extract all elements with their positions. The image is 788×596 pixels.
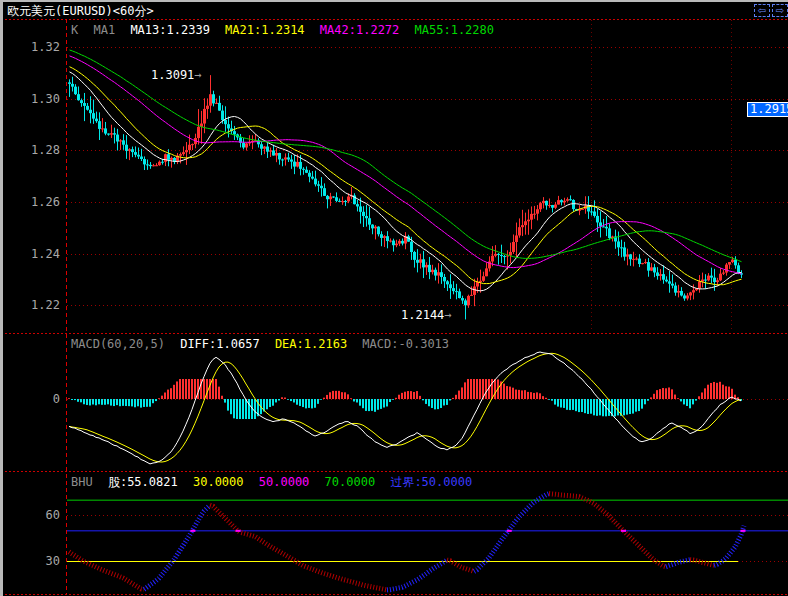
arrow-right-icon: → — [194, 68, 201, 82]
ma-group-label: MA1 — [93, 23, 115, 37]
ma55-value: MA55:1.2280 — [415, 23, 494, 37]
price-tick: 1.28 — [5, 143, 60, 157]
bhu-level-30: 30.0000 — [193, 475, 244, 489]
macd-value: MACD:-0.3013 — [362, 337, 449, 351]
current-price-tag: 1.2915 — [747, 102, 788, 117]
bhu-level-70: 70.0000 — [325, 475, 376, 489]
bhu-current-value: 股:55.0821 — [108, 475, 178, 489]
high-price-annotation: 1.3091→ — [151, 68, 202, 82]
bhu-tick-30: 30 — [5, 554, 60, 568]
k-label: K — [71, 23, 78, 37]
app-window: 欧元美元(EURUSD)<60分> ⇦ ⇨ K MA1 MA13:1.2339 … — [0, 0, 788, 596]
left-arrow-icon: ⇦ — [758, 5, 766, 16]
dea-value: DEA:1.2163 — [275, 337, 347, 351]
price-tick: 1.32 — [5, 40, 60, 54]
low-price-annotation: 1.2144→ — [401, 308, 452, 322]
macd-zero-tick: 0 — [5, 392, 60, 406]
window-title: 欧元美元(EURUSD)<60分> — [7, 3, 154, 20]
main-indicator-header: K MA1 MA13:1.2339 MA21:1.2314 MA42:1.227… — [71, 23, 502, 37]
bhu-guard-value: 过界:50.0000 — [390, 475, 472, 489]
macd-params-label: MACD(60,20,5) — [71, 337, 165, 351]
diff-value: DIFF:1.0657 — [180, 337, 259, 351]
price-tick: 1.24 — [5, 247, 60, 261]
title-bar: 欧元美元(EURUSD)<60分> ⇦ ⇨ — [3, 2, 788, 18]
bhu-label: BHU — [71, 475, 93, 489]
nav-back-button[interactable]: ⇦ — [754, 4, 770, 17]
price-tick: 1.26 — [5, 195, 60, 209]
arrow-right-icon: → — [444, 308, 451, 322]
price-tick: 1.30 — [5, 92, 60, 106]
bhu-header: BHU 股:55.0821 30.0000 50.0000 70.0000 过界… — [71, 474, 480, 491]
price-tick: 1.22 — [5, 298, 60, 312]
ma13-value: MA13:1.2339 — [130, 23, 209, 37]
right-arrow-icon: ⇨ — [776, 5, 784, 16]
ma21-value: MA21:1.2314 — [225, 23, 304, 37]
bhu-tick-60: 60 — [5, 508, 60, 522]
nav-forward-button[interactable]: ⇨ — [772, 4, 788, 17]
chart-canvas[interactable] — [3, 2, 788, 596]
macd-header: MACD(60,20,5) DIFF:1.0657 DEA:1.2163 MAC… — [71, 337, 457, 351]
bhu-level-50: 50.0000 — [259, 475, 310, 489]
ma42-value: MA42:1.2272 — [320, 23, 399, 37]
